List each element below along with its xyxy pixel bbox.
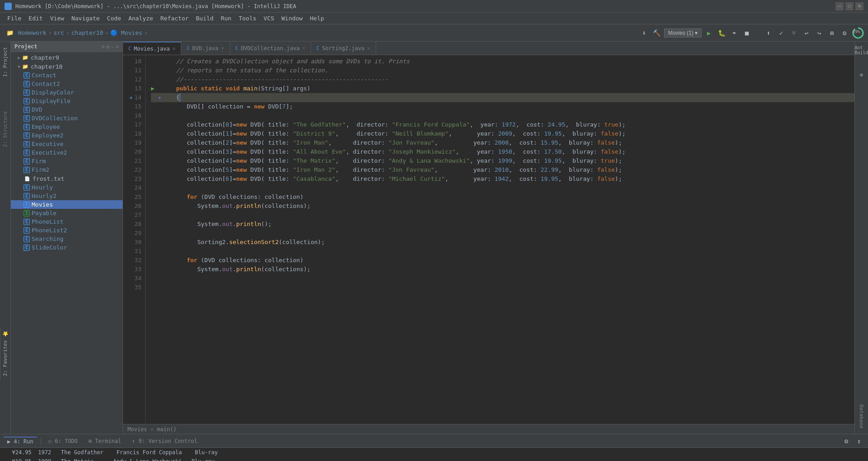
tree-item-displaycolor[interactable]: CDisplayColor <box>11 88 123 97</box>
menu-navigate[interactable]: Navigate <box>68 14 104 23</box>
menu-window[interactable]: Window <box>278 14 307 23</box>
editor-tabs: C Movies.java ✕ C DVD.java ✕ C DVDCollec… <box>123 42 854 55</box>
menu-build[interactable]: Build <box>192 14 217 23</box>
tree-item-movies[interactable]: CMovies <box>11 200 123 209</box>
toolbar-breadcrumb: Homework › src › chapter10 › 🔵 Movies › <box>18 29 148 36</box>
menu-vcs[interactable]: VCS <box>260 14 278 23</box>
tree-item-phonelist2[interactable]: CPhoneList2 <box>11 226 123 235</box>
panel-icon-close[interactable]: — <box>111 44 114 50</box>
debug-button[interactable]: 🐛 <box>716 28 727 38</box>
tab-close-dvd[interactable]: ✕ <box>221 45 224 51</box>
stop-button[interactable]: ■ <box>741 28 752 38</box>
tab-dvdcollection[interactable]: C DVDCollection.java ✕ <box>230 42 311 55</box>
panel-icon-expand[interactable]: ⊞ <box>106 44 109 50</box>
tab-close-sorting2[interactable]: ✕ <box>367 45 370 51</box>
menu-file[interactable]: File <box>4 14 25 23</box>
class-icon-dvd: C <box>24 107 30 113</box>
ant-build-tab[interactable]: Ant Build <box>853 43 868 57</box>
tree-item-dvd[interactable]: CDVD <box>11 105 123 114</box>
tree-item-executive[interactable]: CExecutive <box>11 140 123 148</box>
version-control-tab[interactable]: ↑ 9: Version Control <box>128 437 201 445</box>
breadcrumb-homework[interactable]: Homework <box>18 29 47 36</box>
run-tab[interactable]: ▶ 4: Run <box>4 437 37 446</box>
layout-btn[interactable]: ⊞ <box>826 28 837 38</box>
tree-item-searching[interactable]: CSearching <box>11 235 123 243</box>
tree-item-phonelist[interactable]: CPhoneList <box>11 217 123 226</box>
code-line-17: collection[0]=new DVD( title: "The Godfa… <box>151 120 854 129</box>
tree-item-executive2[interactable]: CExecutive2 <box>11 148 123 157</box>
open-projects-tab[interactable]: ⊞ <box>858 71 864 79</box>
panel-icon-settings[interactable]: ≡ <box>116 44 119 50</box>
menu-tools[interactable]: Tools <box>235 14 260 23</box>
vcs-branch-btn[interactable]: ⑂ <box>788 28 799 38</box>
run-config-selector[interactable]: Movies (1) ▾ <box>664 28 702 38</box>
project-tab[interactable]: 1: Project <box>1 43 9 80</box>
class-icon-slidecolor: C <box>24 245 30 251</box>
vcs-commit-btn[interactable]: ✓ <box>776 28 787 38</box>
minimize-button[interactable]: ─ <box>835 2 844 10</box>
tree-label-phonelist2: PhoneList2 <box>32 227 67 234</box>
tree-item-chapter9[interactable]: ▶ 📁 chapter9 <box>11 53 123 62</box>
menu-run[interactable]: Run <box>217 14 235 23</box>
tree-label-chapter9: chapter9 <box>31 54 59 61</box>
menu-refactor[interactable]: Refactor <box>157 14 193 23</box>
tree-label-displayfile: DisplayFile <box>32 98 71 104</box>
tree-item-chapter10[interactable]: ▼ 📁 chapter10 <box>11 62 123 71</box>
tree-item-contact[interactable]: CContact <box>11 71 123 80</box>
structure-tab[interactable]: 2: Structure <box>1 108 9 151</box>
window-controls[interactable]: ─ □ ✕ <box>835 2 863 10</box>
code-content[interactable]: // Creates a DVDCollection object and ad… <box>146 55 854 424</box>
bottom-settings[interactable]: ⚙ <box>841 436 852 447</box>
favorites-tab[interactable]: 2: Favorites ⭐ <box>0 328 10 380</box>
tree-item-slidecolor[interactable]: CSlideColor <box>11 243 123 252</box>
vcs-update-btn[interactable]: ⬆ <box>763 28 774 38</box>
tree-item-dvdcollection[interactable]: CDVDCollection <box>11 114 123 122</box>
maximize-button[interactable]: □ <box>845 2 854 10</box>
run-button[interactable]: ▶ <box>703 28 714 38</box>
menu-code[interactable]: Code <box>104 14 125 23</box>
panel-icon-gear[interactable]: ⚙ <box>102 44 105 50</box>
tree-item-employee[interactable]: CEmployee <box>11 122 123 131</box>
tree-item-displayfile[interactable]: CDisplayFile <box>11 97 123 105</box>
tree-item-hourly2[interactable]: CHourly2 <box>11 192 123 200</box>
tree-item-employee2[interactable]: CEmployee2 <box>11 131 123 140</box>
breadcrumb-movies[interactable]: 🔵 Movies <box>110 29 142 36</box>
toolbar-download-btn[interactable]: ⬇ <box>639 28 650 38</box>
bottom-pin[interactable]: ↕ <box>854 436 864 447</box>
menu-help[interactable]: Help <box>307 14 328 23</box>
breadcrumb-src[interactable]: src <box>53 29 64 36</box>
bottom-area: ▶ 4: Run ☑ 6: TODO ⊞ Terminal ↑ 9: Versi… <box>0 434 868 461</box>
menu-bar: File Edit View Navigate Code Analyze Ref… <box>0 13 868 24</box>
tree-item-payable[interactable]: IPayable <box>11 209 123 217</box>
tree-item-frosttxt[interactable]: 📄frost.txt <box>11 174 123 183</box>
tab-movies[interactable]: C Movies.java ✕ <box>123 42 181 55</box>
tree-item-firm[interactable]: CFirm <box>11 157 123 165</box>
breadcrumb-sep4: › <box>144 29 148 36</box>
tab-close-movies[interactable]: ✕ <box>173 46 176 52</box>
code-line-22: collection[5]=new DVD( title: "Iron Man … <box>151 165 854 174</box>
todo-tab[interactable]: ☑ 6: TODO <box>45 437 81 445</box>
tab-close-dvdcollection[interactable]: ✕ <box>302 45 306 51</box>
toolbar-build-btn[interactable]: 🔨 <box>651 28 662 38</box>
menu-analyze[interactable]: Analyze <box>125 14 157 23</box>
close-button[interactable]: ✕ <box>855 2 863 10</box>
database-tab[interactable]: Database <box>857 401 866 432</box>
tree-label-dvdcollection: DVDCollection <box>32 115 78 122</box>
tab-label-dvd: DVD.java <box>192 45 218 52</box>
class-icon-hourly: C <box>24 184 30 191</box>
coverage-button[interactable]: ☂ <box>729 28 740 38</box>
tree-item-firm2[interactable]: CFirm2 <box>11 165 123 174</box>
code-editor[interactable]: 10111213 14◆ 1516171819 2021222324 25262… <box>123 55 854 424</box>
redo-btn[interactable]: ↪ <box>814 28 825 38</box>
tab-sorting2[interactable]: C Sorting2.java ✕ <box>311 42 376 55</box>
menu-edit[interactable]: Edit <box>25 14 46 23</box>
tab-dvd[interactable]: C DVD.java ✕ <box>181 42 230 55</box>
menu-view[interactable]: View <box>47 14 68 23</box>
undo-btn[interactable]: ↩ <box>801 28 812 38</box>
tree-item-hourly[interactable]: CHourly <box>11 183 123 192</box>
terminal-tab[interactable]: ⊞ Terminal <box>85 437 125 445</box>
settings-btn[interactable]: ⚙ <box>839 28 850 38</box>
breadcrumb-chapter10[interactable]: chapter10 <box>71 29 103 36</box>
tree-item-contact2[interactable]: CContact2 <box>11 80 123 88</box>
code-line-31 <box>151 247 854 256</box>
